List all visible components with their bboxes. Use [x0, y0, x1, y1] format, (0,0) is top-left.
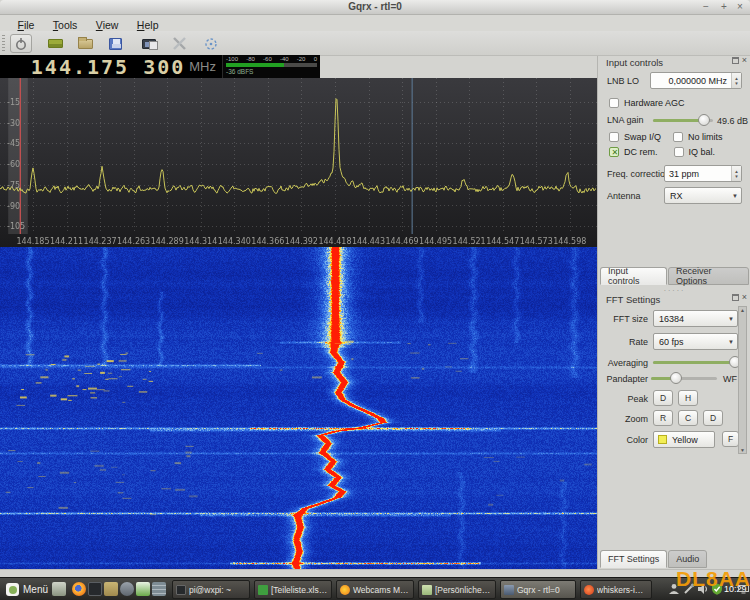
lna-gain-slider[interactable]	[653, 114, 713, 126]
spin-arrows-icon[interactable]: ▲▼	[731, 166, 741, 181]
lnb-lo-value[interactable]: 0,000000 MHz	[651, 76, 731, 86]
button-label: R	[660, 413, 666, 423]
zoom-center-button[interactable]: C	[678, 410, 698, 426]
camera-launcher-icon[interactable]	[120, 582, 134, 596]
swap-iq-checkbox[interactable]	[609, 132, 619, 142]
meter-tick: -40	[280, 56, 289, 62]
freeze-button[interactable]: F	[722, 431, 739, 447]
minimize-button[interactable]: −	[698, 0, 714, 14]
dock-title-text: Input controls	[598, 57, 663, 68]
peak-detect-button[interactable]: D	[653, 390, 673, 406]
menu-button[interactable]: Menü	[2, 580, 52, 599]
swap-iq-label: Swap I/Q	[624, 132, 661, 142]
float-dock-icon[interactable]	[732, 57, 739, 64]
waterfall-display[interactable]	[0, 247, 597, 569]
open-folder-icon	[78, 39, 93, 49]
rate-combo[interactable]: 60 fps ▼	[653, 333, 738, 350]
task-gqrx[interactable]: Gqrx - rtl=0	[500, 580, 576, 599]
tab-label: FFT Settings	[608, 554, 659, 564]
spin-arrows-icon[interactable]: ▲▼	[731, 73, 741, 88]
configure-io-button[interactable]	[44, 34, 66, 53]
maximize-button[interactable]: +	[716, 0, 732, 14]
terminal-launcher-icon[interactable]	[88, 582, 102, 596]
task-folder[interactable]: [Persönlicher Ord...	[418, 580, 496, 599]
float-dock-icon[interactable]	[732, 294, 739, 301]
freq-corr-spinbox[interactable]: 31 ppm ▲▼	[664, 165, 742, 182]
menu-tools[interactable]: Tools	[46, 18, 85, 32]
dc-rem-checkbox[interactable]	[609, 147, 619, 157]
tools-button[interactable]	[168, 34, 190, 53]
spectrum-plot[interactable]	[0, 78, 597, 247]
no-limits-checkbox[interactable]	[673, 132, 683, 142]
button-label: H	[685, 393, 691, 403]
lnb-lo-spinbox[interactable]: 0,000000 MHz ▲▼	[650, 72, 742, 89]
gqrx-icon	[504, 585, 514, 595]
right-panel: Input controls × LNB LO 0,000000 MHz ▲▼ …	[597, 56, 750, 569]
close-button[interactable]: ×	[732, 0, 748, 14]
dc-rem-row: DC rem. IQ bal.	[598, 147, 750, 157]
menu-file[interactable]: File	[10, 18, 41, 32]
frequency-display[interactable]: 144.175 300 MHz	[0, 55, 222, 78]
color-combo[interactable]: Yellow	[653, 431, 715, 448]
chevron-down-icon: ▼	[725, 316, 737, 322]
task-webcams[interactable]: Webcams Montaf...	[336, 580, 414, 599]
freq-corr-value[interactable]: 31 ppm	[665, 169, 731, 179]
iq-record-button[interactable]	[138, 34, 160, 53]
color-label: Color	[598, 435, 648, 445]
terminal-icon	[176, 585, 186, 595]
close-dock-icon[interactable]: ×	[742, 57, 747, 64]
hardware-agc-checkbox[interactable]	[609, 98, 619, 108]
browser-icon	[340, 585, 350, 595]
task-teileliste[interactable]: [Teileliste.xlsx - Li...	[254, 580, 332, 599]
firefox-launcher-icon[interactable]	[72, 582, 86, 596]
start-stop-button[interactable]	[10, 34, 32, 53]
files-launcher-icon[interactable]	[104, 582, 118, 596]
zoom-label: Zoom	[598, 414, 648, 424]
power-icon	[14, 37, 28, 51]
no-limits-label: No limits	[688, 132, 723, 142]
menu-view[interactable]: View	[89, 18, 126, 32]
fft-size-combo[interactable]: 16384 ▼	[653, 310, 738, 327]
dock-tabs-bottom: FFT Settings Audio	[600, 550, 708, 568]
panel-scrollbar[interactable]: ▲ ▼	[738, 306, 747, 454]
tab-input-controls[interactable]: Input controls	[600, 267, 667, 285]
show-desktop-button[interactable]	[52, 582, 66, 596]
save-button[interactable]	[104, 34, 126, 53]
tab-fft-settings[interactable]: FFT Settings	[600, 550, 667, 568]
peak-hold-button[interactable]: H	[678, 390, 698, 406]
tab-receiver-options[interactable]: Receiver Options	[668, 267, 749, 285]
dsp-settings-button[interactable]	[200, 34, 222, 53]
libreoffice-launcher-icon[interactable]	[136, 582, 150, 596]
splitter-handle[interactable]: ·····	[598, 287, 750, 294]
slider-knob[interactable]	[670, 372, 682, 384]
zoom-reset-button[interactable]: R	[653, 410, 673, 426]
tab-label: Input controls	[608, 266, 659, 286]
close-dock-icon[interactable]: ×	[742, 294, 747, 301]
menubar: File Tools View Help	[0, 15, 750, 31]
slider-knob[interactable]	[698, 114, 710, 126]
antenna-combo[interactable]: RX ▼	[664, 187, 742, 204]
averaging-slider[interactable]	[653, 356, 738, 368]
pandapter-slider[interactable]	[651, 372, 717, 384]
scroll-down-icon[interactable]: ▼	[740, 447, 745, 453]
gqrx-window: Gqrx - rtl=0 − + × File Tools View Help	[0, 0, 750, 600]
input-controls-dock-title: Input controls ×	[598, 57, 750, 68]
tab-audio[interactable]: Audio	[668, 550, 707, 568]
task-terminal[interactable]: pi@wxpi: ~	[172, 580, 250, 599]
menu-help[interactable]: Help	[130, 18, 166, 32]
scroll-up-icon[interactable]: ▲	[740, 307, 745, 313]
iq-bal-checkbox[interactable]	[674, 147, 684, 157]
button-label: D	[660, 393, 666, 403]
titlebar[interactable]: Gqrx - rtl=0 − + ×	[0, 0, 750, 15]
meter-value: -36 dBFS	[226, 68, 317, 75]
zoom-demod-button[interactable]: D	[703, 410, 723, 426]
antenna-label: Antenna	[607, 191, 641, 201]
task-whiskers[interactable]: whiskers-inside-a...	[580, 580, 652, 599]
dock-title-text: FFT Settings	[598, 294, 660, 305]
frequency-value[interactable]: 144.175 300	[31, 55, 185, 79]
toolbar-handle[interactable]	[2, 35, 5, 52]
calculator-launcher-icon[interactable]	[152, 582, 166, 596]
swap-iq-row: Swap I/Q No limits	[598, 132, 750, 142]
taskbar: Menü pi@wxpi: ~ [Teileliste.xlsx - Li...…	[0, 577, 750, 600]
open-button[interactable]	[74, 34, 96, 53]
